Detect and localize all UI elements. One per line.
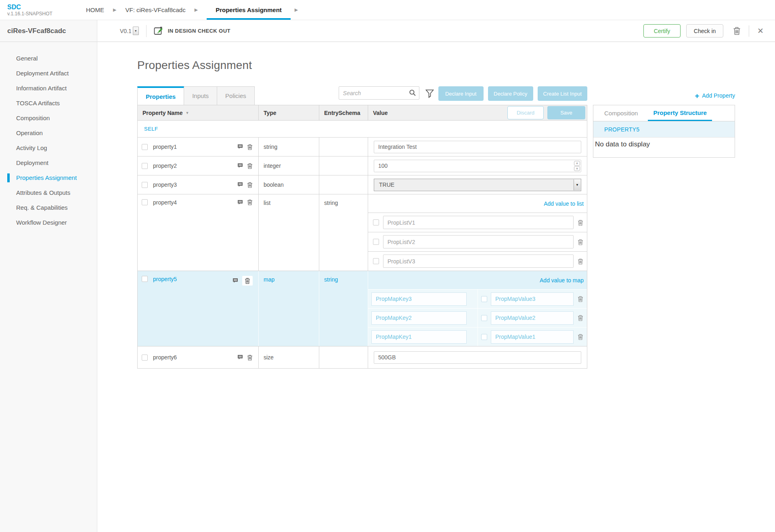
declare-policy-button[interactable]: Declare Policy [488, 86, 533, 101]
tab-properties[interactable]: Properties [137, 86, 184, 105]
delete-property-icon[interactable] [242, 276, 253, 286]
sidebar-item-deployment[interactable]: Deployment [0, 155, 97, 170]
delete-property-icon[interactable] [247, 355, 253, 361]
sidebar-item-composition[interactable]: Composition [0, 111, 97, 125]
property-entryschema: string [319, 194, 368, 271]
comment-icon[interactable] [237, 355, 243, 360]
column-entryschema[interactable]: EntrySchema [319, 105, 368, 120]
row-checkbox[interactable] [142, 163, 148, 169]
delete-property-icon[interactable] [247, 163, 253, 169]
sidebar-item-activity-log[interactable]: Activity Log [0, 140, 97, 155]
tab-policies[interactable]: Policies [217, 86, 255, 105]
map-value-input[interactable] [491, 330, 574, 344]
delete-map-entry-icon[interactable] [578, 315, 583, 321]
column-type[interactable]: Type [259, 105, 319, 120]
delete-property-icon[interactable] [247, 144, 253, 150]
sidebar-item-req-capabilities[interactable]: Req. & Capabilities [0, 200, 97, 215]
row-checkbox[interactable] [142, 144, 148, 150]
property-type: size [259, 346, 319, 368]
delete-map-entry-icon[interactable] [578, 296, 583, 302]
comment-icon[interactable] [232, 278, 238, 284]
spinner-up-icon[interactable]: ∧ [574, 161, 580, 166]
comment-icon[interactable] [237, 144, 243, 150]
certify-button[interactable]: Certify [643, 24, 681, 38]
map-entry [368, 289, 587, 308]
map-value-input[interactable] [491, 292, 574, 306]
delete-list-item-icon[interactable] [578, 219, 583, 226]
selected-option: TRUE [379, 182, 394, 188]
add-value-to-list-link[interactable]: Add value to list [544, 200, 584, 207]
map-entry-checkbox[interactable] [481, 296, 487, 302]
map-key-input[interactable] [371, 330, 467, 344]
value-input[interactable] [374, 141, 581, 153]
property-type: list [259, 194, 319, 271]
sidebar-nav: General Deployment Artifact Information … [0, 42, 97, 230]
sidebar-item-deployment-artifact[interactable]: Deployment Artifact [0, 66, 97, 81]
spinner-down-icon[interactable]: ∨ [574, 166, 580, 171]
sidebar-item-general[interactable]: General [0, 51, 97, 66]
delete-icon[interactable] [733, 27, 741, 35]
add-value-to-map-link[interactable]: Add value to map [540, 277, 584, 284]
sidebar-item-attributes-outputs[interactable]: Attributes & Outputs [0, 185, 97, 200]
page-title: Properties Assignment [137, 59, 775, 72]
list-item-checkbox[interactable] [373, 239, 379, 245]
check-in-button[interactable]: Check in [686, 24, 723, 38]
version-dropdown[interactable]: ▼ [133, 27, 139, 35]
sidebar-item-operation[interactable]: Operation [0, 125, 97, 140]
comment-icon[interactable] [237, 163, 243, 169]
delete-list-item-icon[interactable] [578, 239, 583, 245]
breadcrumb-properties-assignment[interactable]: Properties Assignment [207, 0, 291, 20]
map-key-input[interactable] [371, 311, 467, 325]
sidebar-item-tosca-artifacts[interactable]: TOSCA Artifacts [0, 96, 97, 111]
list-value-input[interactable] [383, 255, 574, 268]
add-property-button[interactable]: + Add Property [593, 86, 735, 105]
property-name: property5 [153, 276, 177, 282]
sidebar-item-properties-assignment[interactable]: Properties Assignment [0, 170, 97, 185]
property-entryschema [319, 346, 368, 368]
breadcrumb-home[interactable]: HOME [86, 0, 104, 20]
column-property-name[interactable]: Property Name ▼ [138, 105, 259, 120]
tab-property-structure[interactable]: Property Structure [648, 105, 712, 121]
sidebar-item-workflow-designer[interactable]: Workflow Designer [0, 215, 97, 230]
comment-icon[interactable] [237, 200, 243, 205]
row-checkbox[interactable] [142, 182, 148, 188]
filter-icon[interactable] [425, 89, 434, 98]
row-checkbox[interactable] [142, 199, 148, 205]
list-item-checkbox[interactable] [373, 219, 379, 225]
map-entry-checkbox[interactable] [481, 334, 487, 340]
search-input[interactable] [339, 86, 419, 100]
delete-map-entry-icon[interactable] [578, 334, 583, 340]
delete-property-icon[interactable] [247, 199, 253, 205]
close-icon[interactable]: ✕ [757, 27, 764, 35]
delete-list-item-icon[interactable] [578, 258, 583, 265]
row-checkbox[interactable] [142, 276, 148, 282]
column-label: Property Name [142, 110, 183, 116]
plus-icon: + [695, 92, 699, 100]
map-value-input[interactable] [491, 311, 574, 325]
list-value-input[interactable] [383, 235, 574, 248]
tab-composition[interactable]: Composition [599, 105, 643, 121]
tab-inputs[interactable]: Inputs [184, 86, 217, 105]
value-select[interactable]: TRUE ▼ [374, 179, 581, 191]
discard-button[interactable]: Discard [507, 106, 544, 119]
save-button[interactable]: Save [547, 106, 585, 119]
map-key-input[interactable] [371, 292, 467, 306]
checkout-edit-icon [154, 26, 164, 35]
list-item-checkbox[interactable] [373, 258, 379, 264]
list-value-input[interactable] [383, 216, 574, 229]
value-number-input[interactable] [374, 160, 581, 172]
entity-title: ciRes-VFcaf8cadc [0, 20, 97, 42]
breadcrumb-vf[interactable]: VF: ciRes-VFcaf8cadc [125, 0, 185, 20]
map-entry-checkbox[interactable] [481, 315, 487, 321]
value-input[interactable] [374, 351, 581, 364]
create-list-input-button[interactable]: Create List Input [538, 86, 587, 101]
sidebar-item-information-artifact[interactable]: Information Artifact [0, 81, 97, 96]
row-checkbox[interactable] [142, 355, 148, 361]
delete-property-icon[interactable] [247, 182, 253, 188]
divider [146, 25, 147, 37]
selected-property-header[interactable]: PROPERTY5 [593, 121, 735, 138]
comment-icon[interactable] [237, 182, 243, 188]
declare-input-button[interactable]: Declare Input [438, 86, 484, 101]
logo-text: SDC [7, 4, 86, 11]
group-row-self[interactable]: SELF [138, 121, 587, 138]
